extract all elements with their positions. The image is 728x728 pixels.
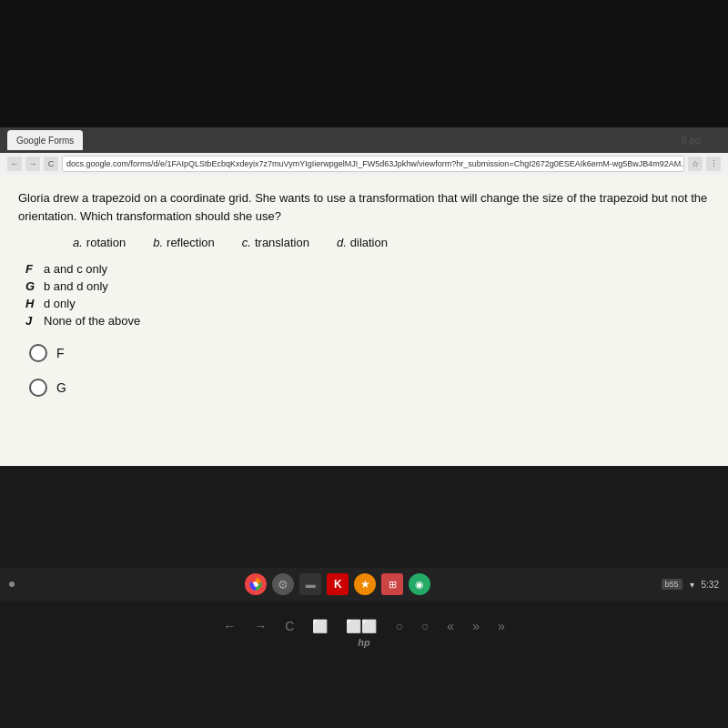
answer-choice-a: a. rotation xyxy=(73,236,126,249)
nav-prev-key[interactable]: « xyxy=(447,619,454,633)
answer-choice-d: d. dilation xyxy=(337,236,388,249)
nav-circle-key2[interactable]: ○ xyxy=(421,619,429,633)
nav-circle-key1[interactable]: ○ xyxy=(395,619,402,633)
tab-label: Google Forms xyxy=(16,136,74,146)
radio-circle-f[interactable] xyxy=(29,344,47,362)
choice-c-label: translation xyxy=(255,236,309,249)
nav-next-key2[interactable]: » xyxy=(498,619,505,633)
url-text: docs.google.com/forms/d/e/1FAIpQLStbEcbq… xyxy=(66,159,684,168)
taskbar: ⚙ ▬ K ★ ⊞ ◉ b55 ▾ 5:32 xyxy=(0,568,728,601)
question-text: Gloria drew a trapezoid on a coordinate … xyxy=(18,189,710,225)
choice-d-label: dilation xyxy=(350,236,388,249)
camera-icon[interactable]: ◉ xyxy=(409,573,430,595)
option-g: G b and d only xyxy=(25,279,710,293)
hp-logo: hp xyxy=(358,637,369,648)
star-icon[interactable]: ★ xyxy=(354,573,376,595)
choice-a-label: rotation xyxy=(86,236,126,249)
taskbar-dot xyxy=(9,581,15,587)
chrome-icon[interactable] xyxy=(245,573,267,595)
wifi-icon: ▾ xyxy=(690,580,694,590)
nav-fullscreen-key[interactable]: ⬜⬜ xyxy=(346,619,377,633)
files-icon[interactable]: ▬ xyxy=(299,573,321,595)
grid-icon[interactable]: ⊞ xyxy=(381,573,403,595)
option-j-text: None of the above xyxy=(44,314,140,328)
bookmark-button[interactable]: ☆ xyxy=(688,157,703,171)
taskbar-left xyxy=(9,581,15,587)
browser-chrome: Google Forms xyxy=(0,127,728,153)
option-j: J None of the above xyxy=(25,314,710,328)
choice-c-letter: c. xyxy=(242,236,251,249)
browser-tab[interactable]: Google Forms xyxy=(7,130,83,150)
choice-b-label: reflection xyxy=(167,236,215,249)
clock: 5:32 xyxy=(702,580,719,590)
option-f: F a and c only xyxy=(25,262,710,276)
radio-option-g[interactable]: G xyxy=(29,379,710,397)
option-j-prefix: J xyxy=(25,314,36,328)
bottom-bezel: ← → C ⬜ ⬜⬜ ○ ○ « » » hp xyxy=(0,601,728,728)
answer-choice-c: c. translation xyxy=(242,236,309,249)
radio-circle-g[interactable] xyxy=(29,379,47,397)
nav-next-key1[interactable]: » xyxy=(472,619,480,633)
radio-label-g: G xyxy=(56,380,66,395)
option-f-text: a and c only xyxy=(44,262,107,276)
answer-choices-row: a. rotation b. reflection c. translation… xyxy=(18,236,710,249)
battery-indicator: b55 xyxy=(662,579,682,590)
radio-label-f: F xyxy=(56,346,65,360)
option-g-prefix: G xyxy=(25,279,36,293)
radio-option-f[interactable]: F xyxy=(29,344,710,362)
option-g-text: b and d only xyxy=(44,279,108,293)
choice-d-letter: d. xyxy=(337,236,347,249)
settings-icon[interactable]: ⚙ xyxy=(272,573,294,595)
choice-a-letter: a. xyxy=(73,236,83,249)
options-list: F a and c only G b and d only H d only J… xyxy=(18,262,710,328)
nav-forward-key[interactable]: → xyxy=(254,619,267,633)
taskbar-icons: ⚙ ▬ K ★ ⊞ ◉ xyxy=(245,573,430,595)
menu-button[interactable]: ⋮ xyxy=(706,157,721,171)
nav-keys-row: ← → C ⬜ ⬜⬜ ○ ○ « » » xyxy=(36,619,692,633)
option-h-prefix: H xyxy=(25,297,36,310)
back-button[interactable]: ← xyxy=(7,157,22,171)
radio-options: F G xyxy=(18,344,710,397)
nav-back-key[interactable]: ← xyxy=(223,619,236,633)
nav-window-key[interactable]: ⬜ xyxy=(312,619,328,633)
option-h-text: d only xyxy=(44,297,76,310)
page-content: Gloria drew a trapezoid on a coordinate … xyxy=(0,175,728,466)
taskbar-right: b55 ▾ 5:32 xyxy=(662,579,720,590)
forward-button[interactable]: → xyxy=(25,157,40,171)
k-app-icon[interactable]: K xyxy=(327,573,349,595)
option-f-prefix: F xyxy=(25,262,36,276)
address-bar[interactable]: docs.google.com/forms/d/e/1FAIpQLStbEcbq… xyxy=(62,156,684,172)
choice-b-letter: b. xyxy=(153,236,163,249)
option-h: H d only xyxy=(25,297,710,310)
refresh-button[interactable]: C xyxy=(44,157,58,171)
address-bar-row: ← → C docs.google.com/forms/d/e/1FAIpQLS… xyxy=(0,153,728,175)
keyboard-area: ← → C ⬜ ⬜⬜ ○ ○ « » » xyxy=(36,613,692,633)
page-number: 9 po xyxy=(682,135,701,146)
answer-choice-b: b. reflection xyxy=(153,236,215,249)
nav-refresh-key[interactable]: C xyxy=(285,619,294,633)
